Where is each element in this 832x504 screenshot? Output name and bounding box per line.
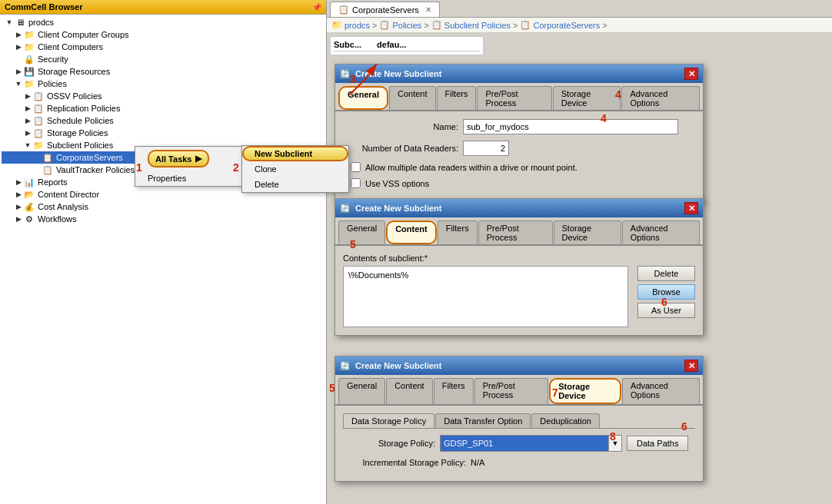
dialog3-tab-content[interactable]: Content — [386, 378, 433, 404]
checkbox-row-1: Allow multiple data readers within a dri… — [351, 162, 695, 172]
dialog-tab-prepost[interactable]: Pre/Post Process — [477, 86, 551, 110]
dialog-tab-filters[interactable]: Filters — [437, 86, 477, 110]
expander[interactable]: ▼ — [23, 141, 32, 149]
breadcrumb-subclient[interactable]: Subclient Policies — [444, 21, 511, 30]
sub-tab-dedup[interactable]: Deduplication — [531, 413, 600, 428]
expander[interactable]: ▶ — [23, 117, 32, 124]
dialog3-tab-filters[interactable]: Filters — [434, 378, 474, 404]
dialog2-tab-general[interactable]: General — [338, 220, 385, 244]
tree-item-prodcs[interactable]: ▼ 🖥 prodcs — [2, 16, 324, 28]
breadcrumb-icon4: 📋 — [520, 20, 531, 30]
expander[interactable]: ▼ — [14, 80, 23, 88]
sub-tab-data-transfer[interactable]: Data Transfer Option — [435, 413, 531, 428]
policy-icon: 📋 — [32, 115, 45, 126]
dialog-content-1: Name: Number of Data Readers: Allow mult… — [335, 111, 703, 202]
as-user-button[interactable]: As User — [637, 303, 695, 318]
tree-label: Storage Policies — [47, 128, 108, 138]
dialog-title-2: Create New Subclient — [355, 204, 441, 213]
expander[interactable]: ▶ — [14, 31, 23, 38]
expander[interactable]: ▶ — [14, 191, 23, 198]
dialog-close-button-1[interactable]: ✕ — [684, 68, 698, 80]
tab-label: CorporateServers — [352, 5, 419, 15]
dialog3-tab-general[interactable]: General — [338, 378, 385, 404]
readers-input[interactable] — [463, 141, 509, 156]
dialog-tab-content[interactable]: Content — [389, 86, 436, 110]
reports-icon: 📊 — [23, 177, 35, 187]
tree-item-schedule[interactable]: ▶ 📋 Schedule Policies — [2, 114, 324, 127]
tree-item-ccgroups[interactable]: ▶ 📁 Client Computer Groups — [2, 28, 324, 41]
dialog2-tab-prepost[interactable]: Pre/Post Process — [478, 220, 553, 244]
dialog3-tab-advanced[interactable]: Advanced Options — [622, 378, 700, 404]
pin-icon[interactable]: 📌 — [312, 3, 321, 12]
tree-label: Storage Resources — [38, 67, 110, 76]
dialog2-tab-filters[interactable]: Filters — [438, 220, 478, 244]
tree-item-policies[interactable]: ▼ 📁 Policies — [2, 78, 324, 90]
default-col: defau... — [377, 40, 407, 49]
browse-button[interactable]: Browse — [637, 284, 695, 300]
breadcrumb-prodcs[interactable]: prodcs — [344, 21, 370, 30]
all-tasks-button[interactable]: All Tasks ▶ — [148, 150, 209, 167]
dialog-content-2: Contents of subclient:* \%Documents% Del… — [335, 246, 703, 335]
dialog-tabs-2: General Content Filters Pre/Post Process… — [335, 217, 703, 246]
delete-button[interactable]: Delete — [637, 266, 695, 281]
storage-dropdown-container: GDSP_SP01 ▼ — [440, 435, 622, 452]
tree-label: Client Computer Groups — [38, 30, 129, 39]
tree-item-replication[interactable]: ▶ 📋 Replication Policies — [2, 102, 324, 114]
dialog-close-button-3[interactable]: ✕ — [684, 360, 698, 372]
breadcrumb-icon3: 📋 — [431, 20, 442, 30]
side-buttons: Delete Browse As User — [637, 266, 695, 327]
expander[interactable]: ▼ — [5, 18, 14, 26]
dialog-tabs-1: General Content Filters Pre/Post Process… — [335, 83, 703, 111]
sub-tabs: Data Storage Policy Data Transfer Option… — [343, 413, 695, 429]
expander[interactable]: ▶ — [14, 68, 23, 75]
dialog-close-button-2[interactable]: ✕ — [684, 202, 698, 214]
submenu-item-clone[interactable]: Clone — [242, 161, 348, 177]
tree-label: Policies — [38, 79, 67, 88]
dialog3-tab-storage[interactable]: Storage Device — [549, 378, 621, 404]
policy-icon: 📋 — [42, 164, 54, 175]
dialog2-tab-storage[interactable]: Storage Device — [554, 220, 621, 244]
tree-item-cost-analysis[interactable]: ▶ 💰 Cost Analysis — [2, 201, 324, 213]
expander[interactable]: ▶ — [14, 178, 23, 186]
tree-item-workflows[interactable]: ▶ ⚙ Workflows — [2, 213, 324, 225]
tab-corporate-servers[interactable]: 📋 CorporateServers ✕ — [330, 2, 440, 17]
tree-item-storage-resources[interactable]: ▶ 💾 Storage Resources — [2, 65, 324, 78]
expander[interactable]: ▶ — [14, 43, 23, 51]
dialog-tab-advanced[interactable]: Advanced Options — [621, 86, 700, 110]
storage-policy-select[interactable]: GDSP_SP01 — [440, 435, 609, 452]
all-tasks-menu-item[interactable]: All Tasks ▶ — [135, 147, 241, 171]
data-paths-button[interactable]: Data Paths — [627, 436, 688, 451]
properties-menu-item[interactable]: Properties — [135, 171, 241, 186]
breadcrumb-policies[interactable]: Policies — [392, 21, 421, 30]
checkbox-label-2: Use VSS options — [365, 179, 429, 188]
checkbox-multiple-readers[interactable] — [351, 162, 361, 172]
dropdown-arrow[interactable]: ▼ — [608, 435, 622, 452]
expander[interactable]: ▶ — [23, 92, 32, 100]
dialog-tab-general[interactable]: General — [338, 86, 388, 110]
sub-tab-data-storage[interactable]: Data Storage Policy — [343, 413, 434, 428]
dialog3-tab-prepost[interactable]: Pre/Post Process — [474, 378, 549, 404]
tree-item-storage-policies[interactable]: ▶ 📋 Storage Policies — [2, 127, 324, 139]
expander[interactable]: ▶ — [14, 215, 23, 223]
expander[interactable]: ▶ — [14, 203, 23, 211]
submenu-item-delete[interactable]: Delete — [242, 177, 348, 192]
content-item: \%Documents% — [348, 270, 408, 280]
tree-item-security[interactable]: 🔒 Security — [2, 53, 324, 65]
tree-label: prodcs — [28, 18, 54, 27]
tab-close-button[interactable]: ✕ — [425, 5, 431, 14]
dialog2-tab-advanced[interactable]: Advanced Options — [622, 220, 700, 244]
expander[interactable]: ▶ — [23, 129, 32, 137]
breadcrumb-corporate[interactable]: CorporateServers — [533, 21, 600, 30]
content-area-row: \%Documents% Delete Browse As User — [343, 266, 695, 327]
tree-item-ossv[interactable]: ▶ 📋 OSSV Policies — [2, 90, 324, 102]
expander[interactable]: ▶ — [23, 104, 32, 112]
dialog-titlebar-3: 🔄 Create New Subclient ✕ — [335, 356, 703, 375]
name-input[interactable] — [463, 119, 678, 134]
dialog2-tab-content[interactable]: Content — [386, 220, 437, 244]
dialog-tab-storage[interactable]: Storage Device — [553, 86, 621, 110]
submenu-item-new-subclient[interactable]: New Subclient — [242, 146, 348, 161]
tree-item-cc[interactable]: ▶ 📁 Client Computers — [2, 41, 324, 53]
content-icon: 📂 — [23, 189, 35, 200]
tree-label: Reports — [38, 177, 68, 187]
checkbox-vss[interactable] — [351, 178, 361, 188]
